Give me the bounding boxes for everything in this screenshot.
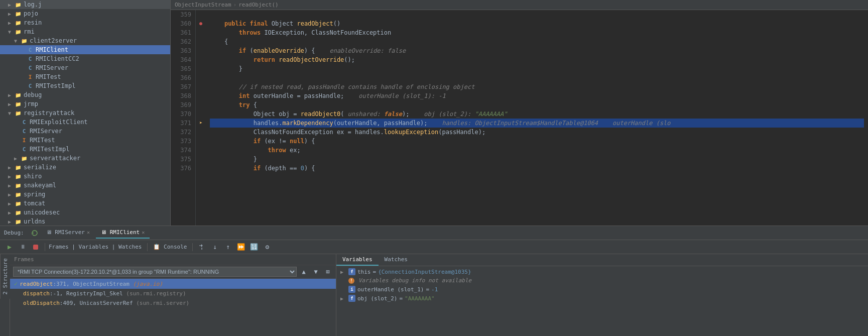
- sidebar: ▶ 📁 log.j ▶ 📁 pojo ▶ 📁 resin ▼ 📁 rmi ▼ 📁…: [0, 0, 171, 226]
- expand-arrow: ▶: [8, 11, 14, 17]
- sidebar-item-rmiserver2[interactable]: C RMIServer: [0, 127, 170, 136]
- expand-arrow: ▶: [8, 192, 14, 197]
- sidebar-item-serialize[interactable]: ▶ 📁 serialize: [0, 163, 170, 172]
- expand-arrow: ▼: [8, 29, 14, 35]
- debug-tab-rmiclient[interactable]: 🖥 RMIClient ✕: [96, 227, 150, 239]
- sidebar-item-label: RMITest: [30, 137, 55, 144]
- frame-select-dropdown[interactable]: *RMI TCP Connection(3)-172.20.10.2*@1,03…: [13, 267, 297, 277]
- toolbar-separator: [45, 243, 45, 251]
- sidebar-item-label: tomcat: [24, 200, 45, 207]
- sidebar-item-logj[interactable]: ▶ 📁 log.j: [0, 0, 170, 9]
- sidebar-item-label: spring: [24, 191, 45, 198]
- gutter: ● ➤: [196, 10, 206, 226]
- sidebar-item-serverattacker[interactable]: ▶ 📁 serverattacker: [0, 154, 170, 163]
- sidebar-item-rmiexploitclient[interactable]: C RMIExploitClient: [0, 118, 170, 127]
- sidebar-item-rmitestimpl[interactable]: C RMITestImpl: [0, 81, 170, 90]
- sidebar-item-rmitestimpl2[interactable]: C RMITestImpl: [0, 145, 170, 154]
- sidebar-item-label: rmi: [24, 28, 35, 35]
- frame-up-button[interactable]: ▲: [299, 267, 309, 277]
- frame-item[interactable]: oldDispatch:409, UnicastServerRef (sun.r…: [10, 298, 336, 308]
- sidebar-item-label: RMITestImpl: [30, 146, 69, 153]
- breadcrumb-method: readObject(): [238, 2, 278, 8]
- sidebar-item-resin[interactable]: ▶ 📁 resin: [0, 18, 170, 27]
- sidebar-item-label: RMITest: [36, 73, 61, 80]
- code-line-372: ClassNotFoundException ex = handles.look…: [210, 128, 864, 137]
- settings-button[interactable]: ⚙: [262, 242, 273, 253]
- folder-icon: 📁: [20, 37, 28, 45]
- folder-icon: 📁: [14, 91, 22, 99]
- frame-item[interactable]: dispatch:-1, RegistryImpl_Skel (sun.rmi.…: [10, 289, 336, 298]
- sidebar-item-urldns[interactable]: ▶ 📁 urldns: [0, 217, 170, 226]
- expand-arrow: ▶: [8, 101, 14, 107]
- close-tab-icon[interactable]: ✕: [87, 230, 90, 235]
- folder-icon: 📁: [14, 100, 22, 108]
- folder-icon: 📁: [14, 190, 22, 198]
- sidebar-item-rmiclientcc2[interactable]: C RMIClientCC2: [0, 54, 170, 63]
- sidebar-item-rmiclient[interactable]: C RMIClient: [0, 45, 170, 54]
- refresh-debug-button[interactable]: [29, 228, 40, 239]
- sidebar-item-client2server[interactable]: ▼ 📁 client2server: [0, 36, 170, 45]
- tab-label: 🖥 RMIClient: [101, 229, 140, 236]
- frame-name: dispatch:-1, RegistryImpl_Skel (sun.rmi.…: [23, 290, 186, 297]
- sidebar-item-label: urldns: [24, 218, 45, 225]
- debug-panel: Debug: 🖥 RMIServer ✕ 🖥 RMIClient ✕ ▶ ⏸ F…: [0, 226, 868, 336]
- code-view: 359 360 361 362 363 364 365 366 367 368 …: [171, 10, 868, 226]
- sidebar-item-spring[interactable]: ▶ 📁 spring: [0, 190, 170, 199]
- console-button[interactable]: 📋 Console: [151, 242, 189, 253]
- stop-button[interactable]: [30, 242, 41, 253]
- sidebar-item-label: jrmp: [24, 100, 38, 107]
- close-tab-icon[interactable]: ✕: [142, 230, 145, 235]
- folder-icon: 📁: [14, 28, 22, 36]
- variables-tab[interactable]: Variables: [336, 254, 379, 266]
- frame-check-icon: ✓: [14, 280, 18, 287]
- java-file-icon: C: [20, 145, 28, 153]
- structure-tab[interactable]: 2 Structure: [0, 254, 10, 299]
- sidebar-item-label: pojo: [24, 10, 38, 17]
- frame-filter-button[interactable]: ⊞: [323, 267, 333, 277]
- sidebar-item-rmi[interactable]: ▼ 📁 rmi: [0, 27, 170, 36]
- sidebar-item-label: resin: [24, 19, 42, 26]
- pause-button[interactable]: ⏸: [17, 242, 28, 253]
- frame-down-button[interactable]: ▼: [311, 267, 321, 277]
- sidebar-item-jrmp[interactable]: ▶ 📁 jrmp: [0, 99, 170, 108]
- var-item-outerhandle[interactable]: i outerHandle (slot_1) = -1: [336, 285, 868, 294]
- sidebar-item-debug[interactable]: ▶ 📁 debug: [0, 90, 170, 99]
- debug-info-text: Variables debug info not available: [358, 277, 471, 284]
- run-cursor-button[interactable]: ⏩: [235, 242, 246, 253]
- expand-arrow: ▶: [8, 20, 14, 26]
- var-item-obj[interactable]: ▶ f obj (slot_2) = "AAAAAAA": [336, 294, 868, 303]
- line-numbers: 359 360 361 362 363 364 365 366 367 368 …: [171, 10, 196, 226]
- debug-tab-rmiserver[interactable]: 🖥 RMIServer ✕: [41, 227, 95, 239]
- folder-icon: 📁: [14, 217, 22, 226]
- code-line-370: Object obj = readObject0( unshared: fals…: [210, 109, 864, 119]
- sidebar-item-registryattack[interactable]: ▼ 📁 registryattack: [0, 108, 170, 118]
- folder-icon: 📁: [14, 172, 22, 180]
- variables-panel: Variables Watches ▶ f this = {Connection…: [336, 254, 868, 336]
- warning-icon: !: [348, 278, 354, 284]
- step-out-button[interactable]: ↑: [222, 242, 233, 253]
- sidebar-item-label: registryattack: [24, 109, 74, 117]
- evaluate-button[interactable]: 🔢: [249, 242, 260, 253]
- expand-arrow: ▶: [340, 296, 346, 301]
- resume-button[interactable]: ▶: [4, 242, 15, 253]
- sidebar-item-label: RMIClientCC2: [36, 55, 79, 62]
- sidebar-item-label: log.j: [24, 1, 42, 8]
- sidebar-item-tomcat[interactable]: ▶ 📁 tomcat: [0, 199, 170, 208]
- sidebar-item-label: RMIServer: [36, 64, 68, 71]
- step-over-button[interactable]: [196, 242, 207, 253]
- frame-item[interactable]: ✓ readObject:371, ObjectInputStream (jav…: [10, 279, 336, 289]
- var-item-this[interactable]: ▶ f this = {ConnectionInputStream@1035}: [336, 267, 868, 276]
- variables-list: ▶ f this = {ConnectionInputStream@1035} …: [336, 266, 868, 336]
- sidebar-item-snakeyaml[interactable]: ▶ 📁 snakeyaml: [0, 181, 170, 190]
- folder-icon: 📁: [14, 208, 22, 216]
- code-line-363: if (enableOverride) { enableOverride: fa…: [210, 46, 864, 55]
- sidebar-item-rmiserver[interactable]: C RMIServer: [0, 63, 170, 72]
- step-into-button[interactable]: ↓: [209, 242, 220, 253]
- sidebar-item-rmitest2[interactable]: I RMITest: [0, 136, 170, 145]
- sidebar-item-unicodesec[interactable]: ▶ 📁 unicodesec: [0, 208, 170, 217]
- java-file-icon: I: [20, 136, 28, 144]
- sidebar-item-rmitest[interactable]: I RMITest: [0, 72, 170, 81]
- sidebar-item-shiro[interactable]: ▶ 📁 shiro: [0, 172, 170, 181]
- sidebar-item-pojo[interactable]: ▶ 📁 pojo: [0, 9, 170, 18]
- watches-tab[interactable]: Watches: [379, 254, 414, 266]
